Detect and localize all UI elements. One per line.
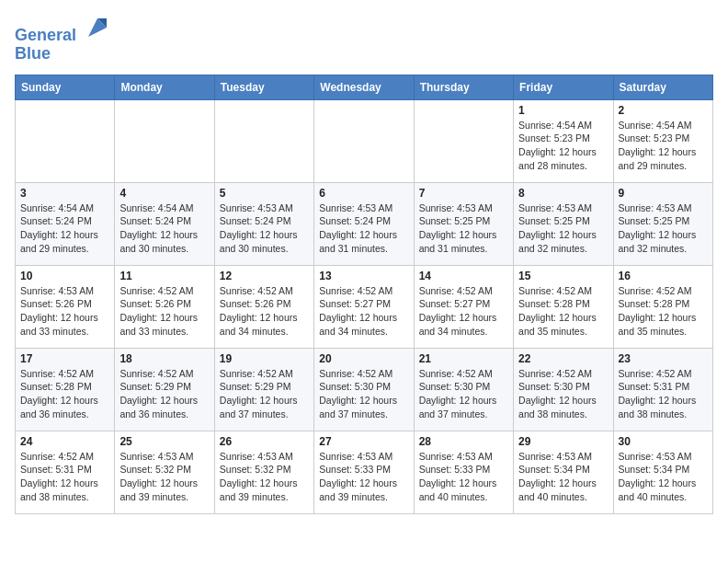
day-number: 30 bbox=[619, 435, 708, 448]
calendar-day-cell: 12Sunrise: 4:52 AMSunset: 5:26 PMDayligh… bbox=[214, 265, 313, 348]
day-number: 12 bbox=[220, 270, 309, 282]
day-info: Sunrise: 4:52 AMSunset: 5:26 PMDaylight:… bbox=[119, 284, 209, 339]
calendar-day-cell: 21Sunrise: 4:52 AMSunset: 5:30 PMDayligh… bbox=[414, 348, 513, 431]
day-info: Sunrise: 4:53 AMSunset: 5:34 PMDaylight:… bbox=[619, 450, 708, 504]
day-number: 24 bbox=[20, 435, 109, 448]
calendar-day-cell: 28Sunrise: 4:53 AMSunset: 5:33 PMDayligh… bbox=[414, 431, 513, 513]
day-info: Sunrise: 4:52 AMSunset: 5:29 PMDaylight:… bbox=[220, 367, 309, 421]
calendar-table: SundayMondayTuesdayWednesdayThursdayFrid… bbox=[15, 75, 713, 514]
calendar-day-cell: 11Sunrise: 4:52 AMSunset: 5:26 PMDayligh… bbox=[115, 265, 214, 348]
calendar-week-row: 17Sunrise: 4:52 AMSunset: 5:28 PMDayligh… bbox=[16, 348, 713, 431]
day-number: 19 bbox=[220, 352, 309, 365]
day-info: Sunrise: 4:54 AMSunset: 5:24 PMDaylight:… bbox=[119, 201, 209, 256]
day-info: Sunrise: 4:52 AMSunset: 5:30 PMDaylight:… bbox=[419, 367, 508, 421]
day-number: 25 bbox=[119, 435, 209, 448]
weekday-header-cell: Friday bbox=[514, 75, 613, 99]
calendar-day-cell bbox=[414, 99, 513, 182]
calendar-day-cell: 22Sunrise: 4:52 AMSunset: 5:30 PMDayligh… bbox=[514, 348, 613, 431]
day-number: 26 bbox=[220, 435, 309, 448]
calendar-day-cell bbox=[314, 99, 414, 182]
logo: General Blue bbox=[15, 15, 110, 63]
weekday-header-cell: Saturday bbox=[613, 75, 712, 99]
calendar-day-cell: 7Sunrise: 4:53 AMSunset: 5:25 PMDaylight… bbox=[414, 182, 513, 265]
day-number: 23 bbox=[619, 352, 708, 365]
calendar-body: 1Sunrise: 4:54 AMSunset: 5:23 PMDaylight… bbox=[16, 99, 713, 513]
calendar-day-cell: 2Sunrise: 4:54 AMSunset: 5:23 PMDaylight… bbox=[613, 99, 712, 182]
calendar-day-cell: 1Sunrise: 4:54 AMSunset: 5:23 PMDaylight… bbox=[514, 99, 613, 182]
calendar-day-cell: 19Sunrise: 4:52 AMSunset: 5:29 PMDayligh… bbox=[214, 348, 313, 431]
day-info: Sunrise: 4:53 AMSunset: 5:32 PMDaylight:… bbox=[220, 450, 309, 504]
calendar-day-cell: 26Sunrise: 4:53 AMSunset: 5:32 PMDayligh… bbox=[214, 431, 313, 513]
day-info: Sunrise: 4:52 AMSunset: 5:31 PMDaylight:… bbox=[20, 450, 109, 504]
day-info: Sunrise: 4:53 AMSunset: 5:33 PMDaylight:… bbox=[319, 450, 408, 504]
day-number: 9 bbox=[619, 187, 708, 200]
calendar-day-cell: 30Sunrise: 4:53 AMSunset: 5:34 PMDayligh… bbox=[613, 431, 712, 513]
day-number: 22 bbox=[518, 352, 608, 365]
day-info: Sunrise: 4:53 AMSunset: 5:34 PMDaylight:… bbox=[518, 450, 608, 504]
calendar-day-cell: 29Sunrise: 4:53 AMSunset: 5:34 PMDayligh… bbox=[514, 431, 613, 513]
day-info: Sunrise: 4:52 AMSunset: 5:28 PMDaylight:… bbox=[20, 367, 109, 421]
day-number: 10 bbox=[20, 270, 109, 282]
logo-blue: Blue bbox=[15, 45, 110, 63]
calendar-day-cell bbox=[115, 99, 214, 182]
day-info: Sunrise: 4:52 AMSunset: 5:30 PMDaylight:… bbox=[518, 367, 608, 421]
day-info: Sunrise: 4:52 AMSunset: 5:28 PMDaylight:… bbox=[518, 284, 608, 339]
day-number: 16 bbox=[619, 270, 708, 282]
day-number: 1 bbox=[518, 104, 608, 117]
weekday-header-cell: Monday bbox=[115, 75, 214, 99]
day-info: Sunrise: 4:53 AMSunset: 5:26 PMDaylight:… bbox=[20, 284, 109, 339]
calendar-day-cell: 5Sunrise: 4:53 AMSunset: 5:24 PMDaylight… bbox=[214, 182, 313, 265]
calendar-day-cell: 8Sunrise: 4:53 AMSunset: 5:25 PMDaylight… bbox=[514, 182, 613, 265]
day-number: 11 bbox=[119, 270, 209, 282]
day-number: 27 bbox=[319, 435, 408, 448]
day-number: 5 bbox=[220, 187, 309, 200]
calendar-day-cell: 25Sunrise: 4:53 AMSunset: 5:32 PMDayligh… bbox=[115, 431, 214, 513]
logo-icon bbox=[85, 15, 110, 40]
day-info: Sunrise: 4:52 AMSunset: 5:28 PMDaylight:… bbox=[619, 284, 708, 339]
day-info: Sunrise: 4:53 AMSunset: 5:33 PMDaylight:… bbox=[419, 450, 508, 504]
day-info: Sunrise: 4:52 AMSunset: 5:26 PMDaylight:… bbox=[220, 284, 309, 339]
calendar-day-cell: 13Sunrise: 4:52 AMSunset: 5:27 PMDayligh… bbox=[314, 265, 414, 348]
day-number: 17 bbox=[20, 352, 109, 365]
day-info: Sunrise: 4:53 AMSunset: 5:32 PMDaylight:… bbox=[119, 450, 209, 504]
day-info: Sunrise: 4:53 AMSunset: 5:25 PMDaylight:… bbox=[518, 201, 608, 256]
calendar-week-row: 10Sunrise: 4:53 AMSunset: 5:26 PMDayligh… bbox=[16, 265, 713, 348]
calendar-day-cell: 17Sunrise: 4:52 AMSunset: 5:28 PMDayligh… bbox=[16, 348, 115, 431]
day-number: 2 bbox=[619, 104, 708, 117]
weekday-header-cell: Wednesday bbox=[314, 75, 414, 99]
day-number: 28 bbox=[419, 435, 508, 448]
day-number: 7 bbox=[419, 187, 508, 200]
day-number: 13 bbox=[319, 270, 408, 282]
calendar-day-cell: 10Sunrise: 4:53 AMSunset: 5:26 PMDayligh… bbox=[16, 265, 115, 348]
calendar-day-cell: 18Sunrise: 4:52 AMSunset: 5:29 PMDayligh… bbox=[115, 348, 214, 431]
day-info: Sunrise: 4:52 AMSunset: 5:29 PMDaylight:… bbox=[119, 367, 209, 421]
calendar-day-cell: 6Sunrise: 4:53 AMSunset: 5:24 PMDaylight… bbox=[314, 182, 414, 265]
day-info: Sunrise: 4:53 AMSunset: 5:24 PMDaylight:… bbox=[220, 201, 309, 256]
day-info: Sunrise: 4:52 AMSunset: 5:31 PMDaylight:… bbox=[619, 367, 708, 421]
calendar-day-cell: 15Sunrise: 4:52 AMSunset: 5:28 PMDayligh… bbox=[514, 265, 613, 348]
calendar-week-row: 3Sunrise: 4:54 AMSunset: 5:24 PMDaylight… bbox=[16, 182, 713, 265]
day-number: 15 bbox=[518, 270, 608, 282]
logo-text: General bbox=[15, 15, 110, 45]
day-number: 20 bbox=[319, 352, 408, 365]
calendar-day-cell: 20Sunrise: 4:52 AMSunset: 5:30 PMDayligh… bbox=[314, 348, 414, 431]
calendar-day-cell: 14Sunrise: 4:52 AMSunset: 5:27 PMDayligh… bbox=[414, 265, 513, 348]
day-number: 3 bbox=[20, 187, 109, 200]
calendar-week-row: 1Sunrise: 4:54 AMSunset: 5:23 PMDaylight… bbox=[16, 99, 713, 182]
weekday-header-row: SundayMondayTuesdayWednesdayThursdayFrid… bbox=[16, 75, 713, 99]
calendar-day-cell bbox=[214, 99, 313, 182]
day-number: 4 bbox=[119, 187, 209, 200]
weekday-header-cell: Thursday bbox=[414, 75, 513, 99]
day-number: 21 bbox=[419, 352, 508, 365]
day-info: Sunrise: 4:53 AMSunset: 5:25 PMDaylight:… bbox=[619, 201, 708, 256]
day-info: Sunrise: 4:52 AMSunset: 5:27 PMDaylight:… bbox=[419, 284, 508, 339]
day-info: Sunrise: 4:54 AMSunset: 5:24 PMDaylight:… bbox=[20, 201, 109, 256]
page-header: General Blue bbox=[15, 15, 713, 63]
calendar-day-cell: 24Sunrise: 4:52 AMSunset: 5:31 PMDayligh… bbox=[16, 431, 115, 513]
day-info: Sunrise: 4:52 AMSunset: 5:27 PMDaylight:… bbox=[319, 284, 408, 339]
weekday-header-cell: Tuesday bbox=[214, 75, 313, 99]
day-number: 8 bbox=[518, 187, 608, 200]
calendar-day-cell: 16Sunrise: 4:52 AMSunset: 5:28 PMDayligh… bbox=[613, 265, 712, 348]
calendar-day-cell: 3Sunrise: 4:54 AMSunset: 5:24 PMDaylight… bbox=[16, 182, 115, 265]
day-info: Sunrise: 4:52 AMSunset: 5:30 PMDaylight:… bbox=[319, 367, 408, 421]
